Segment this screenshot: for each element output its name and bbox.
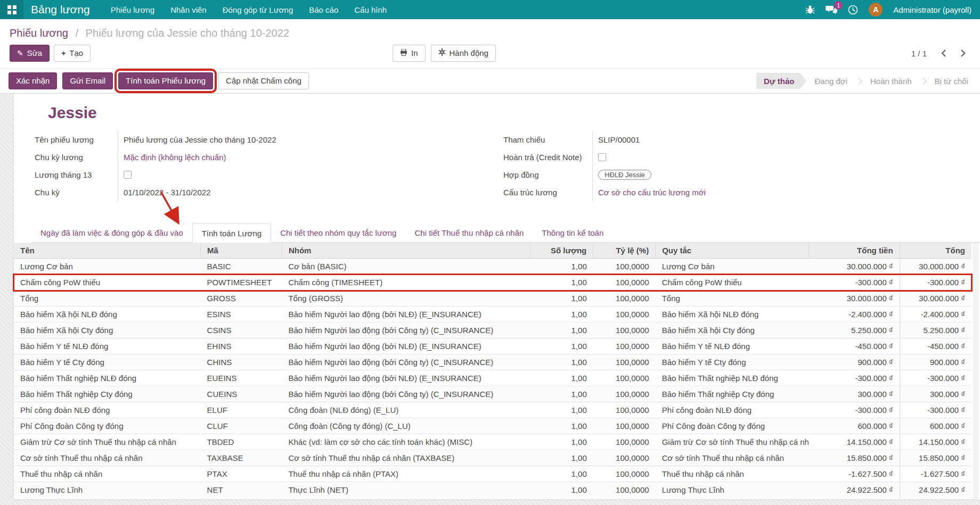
table-cell: 1,00: [531, 402, 593, 418]
tab-0[interactable]: Ngày đã làm việc & đóng góp & đầu vào: [31, 223, 192, 242]
status-step-3[interactable]: Bị từ chối: [926, 73, 977, 89]
debug-bug-icon[interactable]: [805, 5, 815, 14]
app-brand[interactable]: Bảng lương: [23, 3, 103, 16]
tab-2[interactable]: Chi tiết theo nhóm quy tắc lương: [271, 223, 405, 242]
table-cell: Bảo hiểm Xã hội NLĐ đóng: [14, 307, 201, 322]
table-cell: Giảm trừ Cơ sở tính Thuế thu nhập cá nhâ…: [656, 434, 809, 450]
table-cell: 15.850.000 ₫: [900, 450, 971, 466]
messages-icon[interactable]: 1: [826, 5, 837, 14]
checkbox-unchecked[interactable]: [124, 171, 132, 179]
status-step-0[interactable]: Dự thảo: [756, 73, 806, 89]
table-cell: Phí Công đoàn Công ty đóng: [656, 418, 809, 434]
table-row-CLUF[interactable]: Phí Công đoàn Công ty đóngCLUFCông đoàn …: [14, 418, 971, 434]
table-cell: TBDED: [201, 434, 282, 450]
table-cell: 300.000 ₫: [808, 386, 900, 402]
nav-menu-4[interactable]: Cấu hình: [346, 1, 395, 19]
column-header-2[interactable]: Nhóm: [282, 243, 530, 259]
nav-menu-3[interactable]: Báo cáo: [301, 1, 346, 19]
pager: 1 / 1: [911, 49, 966, 58]
workflow-button-3[interactable]: Cập nhật Chấm công: [218, 72, 309, 89]
status-step-1[interactable]: Đang đợi: [806, 73, 856, 89]
field-label: Tham chiếu: [503, 131, 593, 148]
table-row-TBDED[interactable]: Giảm trừ Cơ sở tính Thuế thu nhập cá nhâ…: [14, 434, 971, 450]
table-row-NET[interactable]: Lương Thực LĩnhNETThực Lĩnh (NET)1,00100…: [14, 482, 971, 498]
column-header-0[interactable]: Tên: [14, 243, 201, 259]
tab-4[interactable]: Thông tin kế toán: [533, 223, 612, 242]
gear-icon: [438, 48, 446, 59]
table-row-CUEINS[interactable]: Bảo hiểm Thất nghiệp Cty đóngCUEINSBảo h…: [14, 386, 971, 402]
table-scrollbar[interactable]: [973, 243, 978, 498]
table-cell: ELUF: [201, 402, 282, 418]
column-header-7[interactable]: Tổng: [900, 243, 971, 259]
field-row-left-0: Tên phiếu lươngPhiếu lương của Jessie ch…: [35, 131, 503, 148]
nav-menu-1[interactable]: Nhân viên: [162, 1, 215, 19]
table-cell: Giảm trừ Cơ sở tính Thuế thu nhập cá nhâ…: [14, 434, 201, 450]
workflow-button-0[interactable]: Xác nhận: [9, 72, 57, 89]
create-button[interactable]: + Tạo: [54, 45, 91, 62]
table-row-ELUF[interactable]: Phí công đoàn NLĐ đóngELUFCông đoàn (NLĐ…: [14, 402, 971, 418]
table-row-BASIC[interactable]: Lương Cơ bảnBASICCơ bản (BASIC)1,00100,0…: [14, 259, 971, 275]
table-cell: Thực Lĩnh (NET): [282, 482, 530, 498]
table-row-CHINS[interactable]: Bảo hiểm Y tế Cty đóngCHINSBảo hiểm Ngườ…: [14, 354, 971, 370]
table-cell: -2.400.000 ₫: [808, 307, 900, 322]
control-panel-buttons: ✎ Sửa + Tạo In Hành động 1 / 1: [0, 39, 980, 68]
table-row-CSINS[interactable]: Bảo hiểm Xã hội Cty đóngCSINSBảo hiểm Ng…: [14, 322, 971, 338]
column-header-5[interactable]: Quy tắc: [656, 243, 809, 259]
table-cell: Bảo hiểm Người lao động (bởi Công ty) (C…: [282, 354, 530, 370]
table-cell: 30.000.000 ₫: [900, 259, 971, 275]
field-value: HĐLĐ Jessie: [593, 170, 980, 180]
contract-badge[interactable]: HĐLĐ Jessie: [598, 170, 651, 180]
navbar-right: 1 A Administrator (payroll): [805, 3, 980, 16]
field-label: Cấu trúc lương: [503, 184, 593, 201]
column-header-3[interactable]: Số lượng: [531, 243, 593, 259]
table-cell: -450.000 ₫: [808, 338, 900, 354]
top-navbar: Bảng lương Phiếu lươngNhân viênĐóng góp …: [0, 0, 980, 19]
column-header-4[interactable]: Tỷ lệ (%): [593, 243, 656, 259]
nav-menu-2[interactable]: Đóng góp từ Lương: [215, 1, 301, 19]
action-button[interactable]: Hành động: [431, 45, 496, 62]
field-value[interactable]: Mặc định (không lệch chuẩn): [118, 153, 503, 162]
table-row-EHINS[interactable]: Bảo hiểm Y tế NLĐ đóngEHINSBảo hiểm Ngườ…: [14, 338, 971, 354]
pager-next-icon[interactable]: [960, 49, 966, 57]
table-cell: Chấm công PoW thiếu: [656, 275, 809, 291]
column-header-1[interactable]: Mã: [201, 243, 282, 259]
table-row-GROSS[interactable]: TổngGROSSTổng (GROSS)1,00100,0000Tổng30.…: [14, 291, 971, 307]
column-header-6[interactable]: Tổng tiền: [808, 243, 900, 259]
table-cell: -300.000 ₫: [900, 370, 971, 386]
table-cell: TAXBASE: [201, 450, 282, 466]
table-cell: 100,0000: [593, 275, 656, 291]
table-row-POWTIMESHEET[interactable]: Chấm công PoW thiếuPOWTIMESHEETChấm công…: [14, 275, 971, 291]
pager-previous-icon[interactable]: [941, 49, 946, 57]
edit-button[interactable]: ✎ Sửa: [10, 45, 50, 62]
workflow-button-2[interactable]: Tính toán Phiếu lương: [118, 72, 213, 89]
workflow-button-1[interactable]: Gửi Email: [62, 72, 113, 89]
activities-clock-icon[interactable]: [848, 5, 858, 15]
user-menu[interactable]: Administrator (payroll): [893, 5, 971, 14]
checkbox-unchecked[interactable]: [598, 153, 606, 161]
field-row-right-1: Hoàn trả (Credit Note): [503, 148, 980, 166]
tab-3[interactable]: Chi tiết Thuế thu nhập cá nhân: [405, 223, 533, 242]
statusbar: Xác nhậnGửi EmailTính toán Phiếu lươngCậ…: [0, 68, 980, 94]
table-row-PTAX[interactable]: Thuế thu nhập cá nhânPTAXThuế thu nhập c…: [14, 466, 971, 482]
table-row-TAXBASE[interactable]: Cơ sở tính Thuế thu nhập cá nhânTAXBASEC…: [14, 450, 971, 466]
table-row-EUEINS[interactable]: Bảo hiểm Thất nghiệp NLĐ đóngEUEINSBảo h…: [14, 370, 971, 386]
form-fields: Tên phiếu lươngPhiếu lương của Jessie ch…: [35, 131, 980, 201]
user-avatar[interactable]: A: [869, 3, 883, 16]
field-value[interactable]: Cơ sở cho cấu trúc lương mới: [593, 188, 980, 197]
table-cell: Bảo hiểm Y tế NLĐ đóng: [14, 338, 201, 354]
breadcrumb-separator: /: [75, 27, 78, 39]
nav-menu-0[interactable]: Phiếu lương: [103, 1, 162, 19]
table-cell: Bảo hiểm Người lao động (bởi Công ty) (C…: [282, 386, 530, 402]
table-cell: Bảo hiểm Thất nghiệp NLĐ đóng: [656, 370, 809, 386]
table-cell: Bảo hiểm Người lao động (bởi NLĐ) (E_INS…: [282, 307, 530, 322]
table-cell: 100,0000: [593, 434, 656, 450]
tab-1[interactable]: Tính toán Lương: [192, 223, 271, 243]
apps-menu-icon[interactable]: [0, 0, 23, 19]
salary-lines-table: TênMãNhómSố lượngTỷ lệ (%)Quy tắcTổng ti…: [14, 243, 971, 498]
field-label: Chu kỳ: [35, 184, 118, 201]
breadcrumb-parent-link[interactable]: Phiếu lương: [10, 27, 68, 39]
table-row-ESINS[interactable]: Bảo hiểm Xã hội NLĐ đóngESINSBảo hiểm Ng…: [14, 307, 971, 322]
table-cell: 1,00: [531, 307, 593, 322]
status-step-2[interactable]: Hoàn thành: [862, 73, 920, 89]
print-button[interactable]: In: [393, 45, 426, 62]
